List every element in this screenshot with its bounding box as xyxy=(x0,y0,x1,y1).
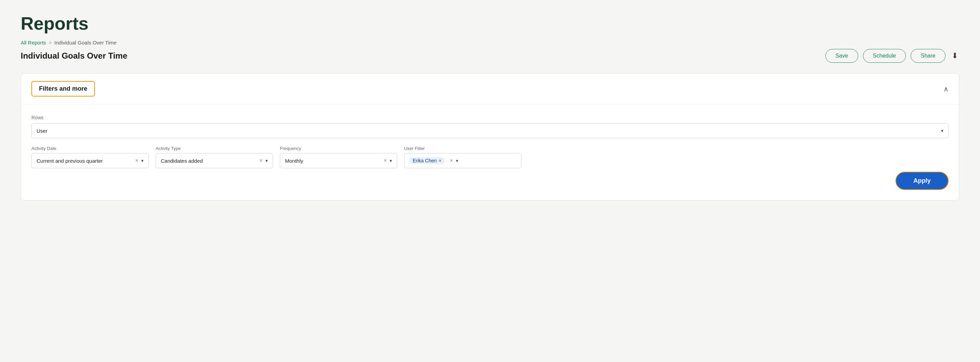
rows-section: Rows User ▾ xyxy=(32,115,948,138)
header-actions: Save Schedule Share ⬇ xyxy=(826,49,959,63)
download-icon: ⬇ xyxy=(952,51,958,60)
filters-header[interactable]: Filters and more ∧ xyxy=(21,73,959,104)
apply-row: Apply xyxy=(32,168,948,190)
user-filter-tag: Erika Chen × xyxy=(409,157,445,164)
activity-date-value: Current and previous quarter xyxy=(37,158,132,164)
filters-body: Rows User ▾ Activity Date Current and pr… xyxy=(21,111,959,200)
filters-panel: Filters and more ∧ Rows User ▾ Activity … xyxy=(21,73,959,201)
user-filter-clear-button[interactable]: × xyxy=(449,158,453,164)
breadcrumb-parent-link[interactable]: All Reports xyxy=(21,40,46,46)
activity-type-label: Activity Type xyxy=(156,146,273,151)
activity-date-clear-button[interactable]: × xyxy=(135,158,139,164)
schedule-button[interactable]: Schedule xyxy=(863,49,906,63)
activity-date-label: Activity Date xyxy=(32,146,149,151)
frequency-value: Monthly xyxy=(285,158,380,164)
share-button[interactable]: Share xyxy=(911,49,945,63)
user-filter-label: User Filter xyxy=(404,146,522,151)
activity-type-clear-button[interactable]: × xyxy=(259,158,263,164)
rows-select-actions: ▾ xyxy=(941,128,943,133)
activity-type-group: Activity Type Candidates added × ▾ xyxy=(156,146,273,168)
rows-select[interactable]: User ▾ xyxy=(32,123,948,138)
save-button[interactable]: Save xyxy=(826,49,858,63)
frequency-select[interactable]: Monthly × ▾ xyxy=(280,153,397,168)
breadcrumb: All Reports > Individual Goals Over Time xyxy=(21,40,959,46)
filter-row: Activity Date Current and previous quart… xyxy=(32,146,948,168)
frequency-group: Frequency Monthly × ▾ xyxy=(280,146,397,168)
user-filter-chevron-icon: ▾ xyxy=(456,158,458,164)
activity-type-select[interactable]: Candidates added × ▾ xyxy=(156,153,273,168)
breadcrumb-separator: > xyxy=(49,40,51,46)
rows-label: Rows xyxy=(32,115,948,120)
collapse-icon[interactable]: ∧ xyxy=(943,85,948,93)
user-filter-tag-close-button[interactable]: × xyxy=(439,158,441,163)
rows-select-value: User xyxy=(37,128,938,134)
page-title: Reports xyxy=(21,14,959,33)
user-filter-group: User Filter Erika Chen × × ▾ xyxy=(404,146,522,168)
user-filter-actions: × ▾ xyxy=(449,158,458,164)
activity-type-chevron-icon: ▾ xyxy=(266,158,268,164)
apply-button[interactable]: Apply xyxy=(896,172,948,190)
activity-type-value: Candidates added xyxy=(161,158,256,164)
activity-date-actions: × ▾ xyxy=(135,158,143,164)
download-button[interactable]: ⬇ xyxy=(950,50,959,62)
filters-title-button[interactable]: Filters and more xyxy=(32,81,95,97)
rows-chevron-icon: ▾ xyxy=(941,128,943,133)
frequency-chevron-icon: ▾ xyxy=(390,158,392,164)
frequency-actions: × ▾ xyxy=(383,158,392,164)
activity-date-select[interactable]: Current and previous quarter × ▾ xyxy=(32,153,149,168)
breadcrumb-current: Individual Goals Over Time xyxy=(54,40,117,46)
report-title: Individual Goals Over Time xyxy=(21,51,127,61)
filters-divider xyxy=(21,104,959,105)
activity-type-actions: × ▾ xyxy=(259,158,268,164)
user-filter-tag-text: Erika Chen xyxy=(413,158,436,164)
activity-date-chevron-icon: ▾ xyxy=(141,158,143,164)
activity-date-group: Activity Date Current and previous quart… xyxy=(32,146,149,168)
user-filter-select[interactable]: Erika Chen × × ▾ xyxy=(404,153,522,168)
report-header: Individual Goals Over Time Save Schedule… xyxy=(21,49,959,63)
frequency-clear-button[interactable]: × xyxy=(383,158,388,164)
frequency-label: Frequency xyxy=(280,146,397,151)
